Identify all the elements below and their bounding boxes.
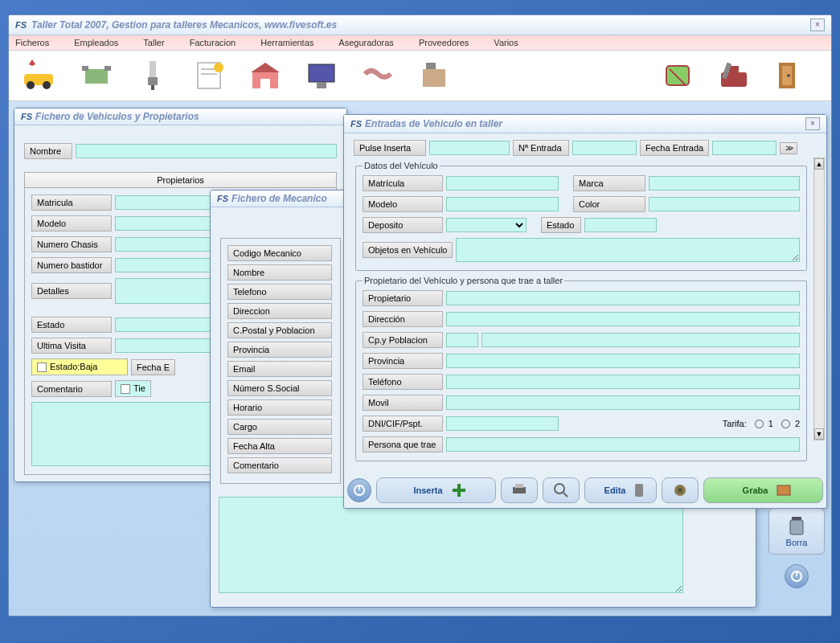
- v-estado-input[interactable]: [584, 218, 657, 232]
- menu-empleados[interactable]: Empleados: [74, 38, 118, 47]
- toolbar-handshake-icon[interactable]: [354, 55, 401, 96]
- nombre-input[interactable]: [76, 144, 337, 158]
- menu-facturacion[interactable]: Facturacion: [190, 38, 236, 47]
- tab-propietarios[interactable]: Propietarios: [24, 172, 337, 188]
- next-arrows-button[interactable]: >>: [780, 142, 797, 154]
- comentario-label: Comentario: [31, 381, 112, 397]
- svg-point-12: [214, 63, 223, 72]
- entradas-actionbar: Inserta Edita Graba: [347, 477, 823, 503]
- m-nombre-label: Nombre: [227, 264, 332, 281]
- tie-checkbox[interactable]: Tie: [115, 380, 151, 397]
- p-provincia-label: Provincia: [363, 353, 443, 369]
- v-matricula-label: Matrícula: [363, 175, 443, 191]
- v-color-label: Color: [573, 196, 645, 212]
- menu-taller[interactable]: Taller: [143, 38, 164, 47]
- svg-rect-6: [150, 61, 156, 77]
- toolbar-door-exit-icon[interactable]: [767, 55, 813, 96]
- svg-rect-5: [104, 66, 111, 71]
- matricula-label: Matricula: [31, 195, 112, 211]
- plus-icon: [451, 482, 467, 498]
- toolbar-car-crash-icon[interactable]: [17, 55, 64, 96]
- p-telefono-label: Teléfono: [363, 374, 443, 390]
- p-propietario-input[interactable]: [446, 291, 800, 305]
- svg-rect-37: [792, 517, 801, 520]
- power-button[interactable]: [347, 478, 371, 502]
- scroll-up-icon[interactable]: ▲: [814, 158, 824, 170]
- v-marca-input[interactable]: [649, 176, 800, 190]
- menu-proveedores[interactable]: Proveedores: [419, 38, 469, 47]
- svg-rect-20: [666, 66, 689, 85]
- scroll-down-icon[interactable]: ▼: [814, 428, 824, 440]
- p-direccion-input[interactable]: [446, 312, 800, 326]
- inserta-button[interactable]: Inserta: [376, 477, 496, 503]
- fecha-entrada-input[interactable]: [712, 141, 776, 155]
- menu-ficheros[interactable]: Ficheros: [15, 38, 49, 47]
- n-entrada-input[interactable]: [572, 141, 637, 155]
- tarifa-1-radio[interactable]: [755, 420, 764, 428]
- numero-bastidor-label: Numero bastidor: [31, 257, 112, 273]
- edita-button[interactable]: Edita: [584, 477, 657, 503]
- group-datos-vehiculo-legend: Datos del Vehículo: [363, 161, 440, 170]
- power-icon: [790, 570, 803, 583]
- save-icon: [776, 484, 792, 497]
- v-deposito-select[interactable]: [446, 218, 527, 232]
- fecha-e-label: Fecha E: [131, 359, 175, 375]
- pulse-inserta-label: Pulse Inserta: [354, 140, 426, 156]
- m-telefono-label: Telefono: [227, 284, 332, 300]
- v-matricula-input[interactable]: [446, 176, 559, 190]
- v-color-input[interactable]: [649, 197, 800, 211]
- toolbar-sparkplug-icon[interactable]: [129, 55, 176, 96]
- toolbar-note-icon[interactable]: [654, 55, 701, 96]
- svg-point-1: [27, 81, 35, 89]
- p-movil-input[interactable]: [446, 395, 800, 410]
- svg-rect-7: [148, 77, 158, 85]
- menu-aseguradoras[interactable]: Aseguradoras: [338, 38, 394, 47]
- toolbar-monitor-icon[interactable]: [298, 55, 345, 96]
- p-persona-input[interactable]: [446, 437, 800, 452]
- svg-marker-14: [251, 63, 280, 72]
- v-modelo-label: Modelo: [363, 196, 443, 212]
- svg-rect-36: [790, 520, 803, 534]
- svg-rect-45: [515, 484, 523, 488]
- side-power-button[interactable]: [785, 564, 809, 588]
- entradas-scrollbar[interactable]: ▲ ▼: [813, 158, 825, 440]
- graba-button[interactable]: Graba: [703, 477, 823, 503]
- m-horario-label: Horario: [227, 399, 332, 416]
- fecha-entrada-label: Fecha Entrada: [640, 140, 709, 156]
- p-provincia-input[interactable]: [446, 354, 800, 368]
- window-logo-icon: FS: [350, 119, 362, 129]
- titlebar: FS Taller Total 2007, Gestion para talle…: [9, 15, 831, 35]
- menu-varios[interactable]: Varios: [494, 38, 518, 47]
- detalles-label: Detalles: [31, 283, 112, 299]
- tarifa-2-radio[interactable]: [781, 420, 790, 428]
- group-datos-vehiculo: Datos del Vehículo Matrícula Marca Model…: [355, 161, 807, 271]
- close-icon[interactable]: ×: [810, 18, 825, 31]
- toolbar-toolbox-icon[interactable]: [711, 55, 757, 96]
- settings-button[interactable]: [662, 477, 699, 503]
- side-borra-button[interactable]: Borra: [768, 508, 825, 555]
- svg-rect-19: [426, 63, 436, 69]
- print-button[interactable]: [501, 477, 538, 503]
- m-provincia-label: Provincia: [227, 342, 332, 358]
- p-poblacion-input[interactable]: [481, 333, 800, 347]
- toolbar-cashregister-icon[interactable]: [411, 55, 457, 96]
- menu-herramientas[interactable]: Herramientas: [260, 38, 313, 47]
- p-dni-input[interactable]: [446, 416, 559, 431]
- toolbar-garage-icon[interactable]: [242, 55, 289, 96]
- search-button[interactable]: [543, 477, 580, 503]
- v-objetos-input[interactable]: [456, 238, 800, 262]
- p-telefono-input[interactable]: [446, 375, 800, 389]
- entradas-close-icon[interactable]: ×: [805, 117, 820, 130]
- svg-rect-8: [151, 85, 154, 90]
- estado-baja-checkbox[interactable]: Estado:Baja: [31, 358, 128, 375]
- m-fecha-alta-label: Fecha Alta: [227, 438, 332, 454]
- p-cp-input[interactable]: [446, 333, 478, 347]
- codigo-mecanico-label: Codigo Mecanico: [227, 245, 332, 261]
- m-comentario-textarea[interactable]: [219, 497, 683, 593]
- v-modelo-input[interactable]: [446, 197, 559, 211]
- main-window: FS Taller Total 2007, Gestion para talle…: [8, 14, 832, 616]
- m-email-label: Email: [227, 361, 332, 377]
- toolbar-invoice-icon[interactable]: [186, 55, 232, 96]
- toolbar-engine-icon[interactable]: [73, 55, 120, 96]
- pulse-inserta-input[interactable]: [429, 141, 510, 155]
